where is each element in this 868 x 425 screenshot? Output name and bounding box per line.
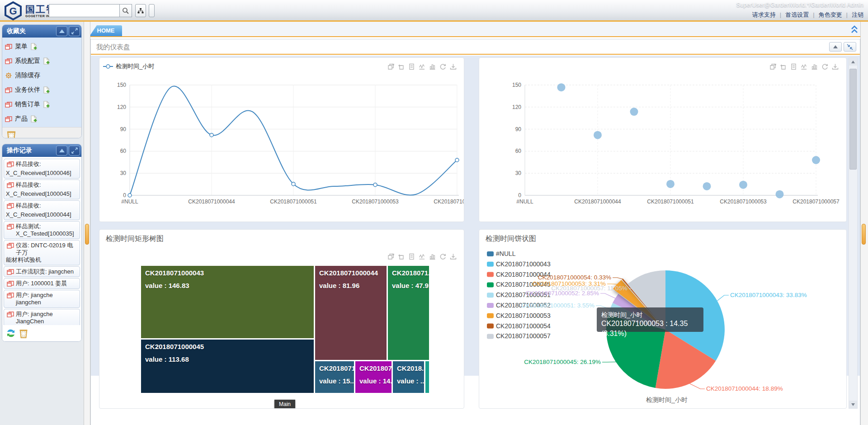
treemap-node[interactable]: CK2018...value : ... bbox=[393, 361, 424, 393]
scatter-point[interactable] bbox=[739, 181, 747, 189]
data-point[interactable] bbox=[373, 183, 377, 187]
pie-legend-item[interactable]: CK2018071000043 bbox=[487, 260, 551, 268]
data-view-icon[interactable] bbox=[408, 63, 415, 70]
treemap-node[interactable]: CK2018071000045value : 113.68 bbox=[141, 340, 314, 393]
add-window-icon[interactable] bbox=[30, 115, 37, 123]
treemap-node[interactable]: CK2018071000043value : 146.83 bbox=[141, 266, 314, 338]
favorites-item[interactable]: 清除缓存 bbox=[5, 68, 81, 83]
scatter-point[interactable] bbox=[630, 108, 638, 116]
records-expand-button[interactable] bbox=[69, 146, 80, 156]
right-collapse-handle[interactable] bbox=[862, 224, 866, 245]
favorites-expand-button[interactable] bbox=[69, 26, 80, 36]
header-link-1[interactable]: 首选设置 bbox=[785, 11, 809, 18]
right-splitter[interactable] bbox=[860, 22, 868, 425]
favorites-item[interactable]: 业务伙伴 bbox=[5, 83, 81, 97]
restore-icon[interactable] bbox=[439, 63, 446, 70]
bar-switch-icon[interactable] bbox=[811, 63, 818, 70]
record-item[interactable]: 用户: jiangche JiangChen bbox=[4, 309, 80, 327]
scatter-point[interactable] bbox=[703, 182, 711, 190]
treemap-node[interactable]: CK2018071.value : 15... bbox=[315, 361, 354, 393]
data-zoom-icon[interactable] bbox=[387, 63, 394, 70]
record-item[interactable]: 样品接收:X_C_Received[1000044] bbox=[4, 200, 80, 220]
link-separator: | bbox=[780, 11, 781, 18]
pie-legend-item[interactable]: CK2018071000057 bbox=[487, 332, 551, 340]
data-point[interactable] bbox=[455, 158, 459, 162]
line-switch-icon[interactable] bbox=[419, 63, 425, 70]
dashboard-scrollbar[interactable] bbox=[849, 57, 858, 409]
data-view-icon[interactable] bbox=[790, 63, 797, 70]
favorites-title: 收藏夹 bbox=[7, 27, 55, 35]
record-item[interactable]: 样品测试:X_C_Tested[1000035] bbox=[4, 221, 80, 239]
line-switch-icon[interactable] bbox=[801, 63, 807, 70]
dashboard-collapse-button[interactable] bbox=[829, 42, 842, 52]
add-window-icon[interactable] bbox=[30, 43, 37, 50]
refresh-icon[interactable] bbox=[6, 328, 16, 338]
treemap-node[interactable]: CK2018071..value : 47.95 bbox=[388, 266, 429, 360]
bar-switch-icon[interactable] bbox=[429, 63, 436, 70]
scatter-point[interactable] bbox=[594, 131, 602, 139]
treemap-node[interactable]: CK201807..value : 14... bbox=[355, 361, 392, 393]
zoom-reset-icon[interactable] bbox=[398, 253, 405, 260]
zoom-reset-icon[interactable] bbox=[780, 63, 787, 70]
save-image-icon[interactable] bbox=[450, 63, 457, 70]
add-window-icon[interactable] bbox=[43, 57, 50, 65]
favorites-item[interactable]: 系统配置 bbox=[5, 54, 81, 68]
treemap-node-value: value : 146.83 bbox=[145, 282, 189, 289]
record-item[interactable]: 用户: 1000001 姜晨 bbox=[4, 278, 80, 289]
scatter-point[interactable] bbox=[666, 180, 675, 188]
sidebar-collapse-handle[interactable] bbox=[85, 224, 89, 245]
record-item[interactable]: 样品接收:X_C_Received[1000045] bbox=[4, 179, 80, 199]
scroll-up-button[interactable] bbox=[849, 58, 857, 66]
scatter-point[interactable] bbox=[776, 190, 784, 198]
global-search-input[interactable] bbox=[49, 4, 119, 17]
data-zoom-icon[interactable] bbox=[769, 63, 776, 70]
pie-legend-item[interactable]: #NULL bbox=[487, 250, 516, 257]
data-point[interactable] bbox=[128, 194, 132, 197]
collapse-tabs-icon[interactable] bbox=[850, 24, 859, 34]
save-image-icon[interactable] bbox=[450, 253, 457, 260]
scroll-down-button[interactable] bbox=[849, 401, 857, 408]
favorites-collapse-button[interactable] bbox=[56, 26, 67, 36]
tab-home[interactable]: HOME bbox=[90, 25, 122, 36]
header-link-3[interactable]: 注销 bbox=[852, 11, 863, 18]
trash-icon[interactable] bbox=[6, 129, 17, 139]
data-zoom-icon[interactable] bbox=[387, 253, 394, 260]
record-item[interactable]: 仪器: DNTC-02019 电子万能材料试验机 bbox=[4, 240, 80, 265]
record-item[interactable]: 样品接收:X_C_Received[1000046] bbox=[4, 159, 80, 179]
trash-icon[interactable] bbox=[19, 328, 28, 339]
add-window-icon[interactable] bbox=[43, 101, 50, 108]
pie-legend-item[interactable]: CK2018071000054 bbox=[487, 322, 551, 330]
zoom-reset-icon[interactable] bbox=[398, 63, 405, 70]
treemap-breadcrumb[interactable]: Main bbox=[274, 400, 295, 409]
header-link-2[interactable]: 角色变更 bbox=[819, 11, 842, 18]
restore-icon[interactable] bbox=[821, 63, 828, 70]
records-title: 操作记录 bbox=[7, 146, 55, 155]
scatter-point[interactable] bbox=[557, 83, 566, 91]
menu-tree-button[interactable] bbox=[135, 4, 146, 17]
treemap-node[interactable] bbox=[425, 361, 429, 393]
scrollbar-thumb[interactable] bbox=[849, 69, 857, 170]
pie-legend-item[interactable]: CK2018071000053 bbox=[487, 312, 551, 319]
search-button[interactable] bbox=[119, 4, 132, 17]
data-view-icon[interactable] bbox=[408, 253, 415, 260]
records-collapse-button[interactable] bbox=[56, 146, 67, 156]
line-switch-icon[interactable] bbox=[419, 253, 425, 260]
save-image-icon[interactable] bbox=[832, 63, 839, 70]
dashboard-restore-button[interactable] bbox=[844, 42, 856, 52]
restore-icon[interactable] bbox=[439, 253, 446, 260]
favorites-item[interactable]: 销售订单 bbox=[5, 97, 81, 112]
header-mini-button[interactable] bbox=[149, 4, 155, 17]
favorites-item[interactable]: 菜单 bbox=[5, 39, 81, 54]
add-window-icon[interactable] bbox=[43, 86, 50, 94]
record-item[interactable]: 工作流职责: jiangchen bbox=[4, 266, 80, 277]
sidebar-splitter[interactable] bbox=[84, 22, 90, 425]
record-item[interactable]: 用户: jiangche jiangchen bbox=[4, 290, 80, 308]
favorites-item[interactable]: 产品 bbox=[5, 112, 81, 126]
scatter-point[interactable] bbox=[812, 156, 820, 164]
header-link-0[interactable]: 请求支持 bbox=[752, 11, 776, 18]
bar-switch-icon[interactable] bbox=[429, 253, 436, 260]
data-point[interactable] bbox=[210, 133, 213, 137]
chart-legend[interactable]: 检测时间_小时 bbox=[103, 63, 154, 70]
data-point[interactable] bbox=[292, 182, 295, 186]
treemap-node[interactable]: CK2018071000044value : 81.96 bbox=[315, 266, 387, 360]
